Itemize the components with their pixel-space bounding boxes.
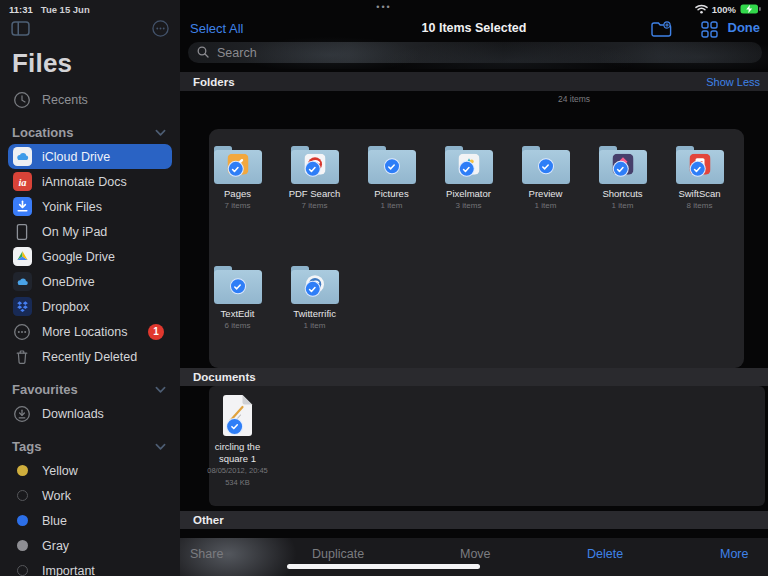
select-all-button[interactable]: Select All xyxy=(190,21,243,36)
folder-item-pages[interactable]: Pages7 items xyxy=(199,146,276,210)
toolbar-move-button[interactable]: Move xyxy=(460,547,491,561)
folder-icon xyxy=(291,146,339,184)
wifi-icon xyxy=(695,4,708,16)
folder-item-preview[interactable]: Preview1 item xyxy=(507,146,584,210)
folder-item-textedit[interactable]: TextEdit6 items xyxy=(199,266,276,330)
ipad-files-app: 11:31 Tue 15 Jun 100% Files Recents Loca… xyxy=(0,0,768,576)
folder-name: Twitterrific xyxy=(276,308,353,319)
svg-text:ia: ia xyxy=(18,177,26,188)
section-title: Documents xyxy=(193,371,256,383)
sidebar-item-label: Blue xyxy=(42,514,67,528)
sidebar-item-label: Recents xyxy=(42,93,88,107)
sidebar-item-dropbox[interactable]: Dropbox xyxy=(8,294,172,319)
sidebar-section-locations[interactable]: Locations xyxy=(8,122,172,142)
folder-item-count: 1 item xyxy=(584,201,661,210)
chevron-down-icon xyxy=(155,380,166,398)
selected-checkmark-icon[interactable] xyxy=(226,418,243,435)
sidebar-item-work[interactable]: Work xyxy=(8,483,172,508)
folder-item-count: 6 items xyxy=(199,321,276,330)
selected-checkmark-icon[interactable] xyxy=(227,161,243,177)
sidebar-item-downloads[interactable]: Downloads xyxy=(8,401,172,426)
toolbar-delete-button[interactable]: Delete xyxy=(587,547,623,561)
sidebar-item-google-drive[interactable]: Google Drive xyxy=(8,244,172,269)
sidebar-item-label: Yoink Files xyxy=(42,200,102,214)
show-less-button[interactable]: Show Less xyxy=(706,76,760,88)
selected-checkmark-icon[interactable] xyxy=(689,161,705,177)
sidebar-item-yellow[interactable]: Yellow xyxy=(8,458,172,483)
iannotate-icon: ia xyxy=(12,172,32,192)
battery-percent: 100% xyxy=(712,4,736,15)
selected-checkmark-icon[interactable] xyxy=(304,161,320,177)
folder-name: TextEdit xyxy=(199,308,276,319)
folder-name: Pixelmator xyxy=(430,188,507,199)
sidebar-section-tags[interactable]: Tags xyxy=(8,436,172,456)
folder-item-count: 1 item xyxy=(353,201,430,210)
sidebar-item-yoink-files[interactable]: Yoink Files xyxy=(8,194,172,219)
search-input[interactable] xyxy=(215,45,753,61)
folder-icon xyxy=(214,266,262,304)
sidebar: Files Recents LocationsiCloud DriveiaiAn… xyxy=(0,0,180,576)
sidebar-item-label: Google Drive xyxy=(42,250,115,264)
sidebar-item-blue[interactable]: Blue xyxy=(8,508,172,533)
folder-item-shortcuts[interactable]: Shortcuts1 item xyxy=(584,146,661,210)
tag-color-dot xyxy=(17,565,28,576)
sidebar-item-important[interactable]: Important xyxy=(8,558,172,576)
google-drive-icon xyxy=(12,247,32,267)
toolbar-duplicate-button[interactable]: Duplicate xyxy=(312,547,364,561)
more-circle-icon xyxy=(12,322,32,342)
done-button[interactable]: Done xyxy=(728,20,761,35)
folder-item-pixelmator[interactable]: Pixelmator3 items xyxy=(430,146,507,210)
sidebar-item-iannotate-docs[interactable]: iaiAnnotate Docs xyxy=(8,169,172,194)
app-title: Files xyxy=(12,48,180,79)
selection-count-title: 10 Items Selected xyxy=(324,21,624,35)
folder-icon xyxy=(599,146,647,184)
folder-name: PDF Search xyxy=(276,188,353,199)
ipad-icon xyxy=(12,222,32,242)
download-circle-icon xyxy=(12,404,32,424)
selected-checkmark-icon[interactable] xyxy=(538,158,554,174)
section-label: Favourites xyxy=(12,382,78,397)
document-item-circling-the-square-1[interactable]: circling the square 108/05/2012, 20:4553… xyxy=(199,394,276,488)
sidebar-item-label: Gray xyxy=(42,539,69,553)
search-bar[interactable] xyxy=(188,42,762,63)
folder-icon xyxy=(291,266,339,304)
sidebar-item-recents[interactable]: Recents xyxy=(8,87,172,112)
sidebar-item-more-locations[interactable]: More Locations1 xyxy=(8,319,172,344)
sidebar-item-gray[interactable]: Gray xyxy=(8,533,172,558)
tag-color-dot xyxy=(17,540,28,551)
notification-badge: 1 xyxy=(148,324,164,340)
folder-item-pictures[interactable]: Pictures1 item xyxy=(353,146,430,210)
folder-item-swiftscan[interactable]: SwiftScan8 items xyxy=(661,146,738,210)
other-section-header: Other xyxy=(180,511,768,529)
sidebar-item-on-my-ipad[interactable]: On My iPad xyxy=(8,219,172,244)
grid-view-icon[interactable] xyxy=(698,20,720,38)
sidebar-section-favourites[interactable]: Favourites xyxy=(8,379,172,399)
trash-icon xyxy=(12,347,32,367)
home-indicator[interactable] xyxy=(287,564,480,569)
dropbox-icon xyxy=(12,297,32,317)
folder-items-count: 24 items xyxy=(514,94,634,104)
toolbar-share-button[interactable]: Share xyxy=(190,547,223,561)
status-date: Tue 15 Jun xyxy=(41,4,90,15)
folder-item-count: 8 items xyxy=(661,201,738,210)
selected-checkmark-icon[interactable] xyxy=(304,281,320,297)
selected-checkmark-icon[interactable] xyxy=(384,158,400,174)
toolbar-more-button[interactable]: More xyxy=(720,547,748,561)
sidebar-item-icloud-drive[interactable]: iCloud Drive xyxy=(8,144,172,169)
new-folder-icon[interactable] xyxy=(650,20,672,38)
sidebar-toggle-icon[interactable] xyxy=(11,21,30,40)
sidebar-item-recently-deleted[interactable]: Recently Deleted xyxy=(8,344,172,369)
document-name: circling the square 1 xyxy=(207,441,269,464)
selected-checkmark-icon[interactable] xyxy=(230,278,246,294)
selected-checkmark-icon[interactable] xyxy=(458,161,474,177)
sidebar-item-label: Dropbox xyxy=(42,300,89,314)
tag-color-dot xyxy=(17,490,28,501)
sidebar-item-onedrive[interactable]: OneDrive xyxy=(8,269,172,294)
sidebar-item-label: iAnnotate Docs xyxy=(42,175,127,189)
selected-checkmark-icon[interactable] xyxy=(612,161,628,177)
chevron-down-icon xyxy=(155,123,166,141)
tag-color-dot xyxy=(17,515,28,526)
folder-item-pdf-search[interactable]: PDF Search7 items xyxy=(276,146,353,210)
folder-item-twitterrific[interactable]: Twitterrific1 item xyxy=(276,266,353,330)
more-options-icon[interactable] xyxy=(152,20,169,41)
